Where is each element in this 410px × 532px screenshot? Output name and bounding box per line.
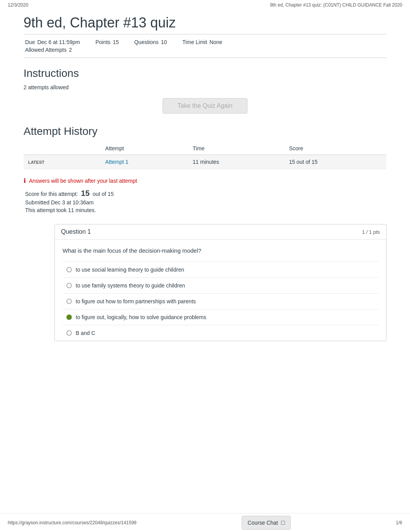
meta-questions: Questions 10 <box>134 39 167 45</box>
attempt-link: Attempt 1 <box>105 159 129 165</box>
due-label: Due <box>25 39 35 45</box>
answer-option-3: to figure out how to form partnerships w… <box>63 293 378 309</box>
score-number: 15 <box>81 189 90 197</box>
col-score: Score <box>285 142 386 155</box>
question-1-label: Question 1 <box>61 228 91 235</box>
top-bar-date: 12/3/2020 <box>8 2 28 8</box>
questions-value: 10 <box>161 39 167 45</box>
allowed-attempts-label: Allowed Attempts <box>25 47 66 53</box>
answer-notice: ℹ Answers will be shown after your last … <box>24 177 386 184</box>
attempt-history-section: Attempt History Attempt Time Score LATES… <box>24 125 386 169</box>
top-bar: 12/3/2020 9th ed, Chapter #13 quiz: (C01… <box>0 0 410 10</box>
col-badge <box>24 142 101 155</box>
meta-points: Points 15 <box>95 39 119 45</box>
row-score: 15 out of 15 <box>285 155 386 169</box>
time-limit-value: None <box>209 39 222 45</box>
score-line: Score for this attempt: 15 out of 15 <box>25 189 386 198</box>
question-1-text: What is the main focus of the decision-m… <box>63 247 378 254</box>
meta-allowed-attempts: Allowed Attempts 2 <box>25 47 72 53</box>
option-text: to use social learning theory to guide c… <box>76 267 184 273</box>
quiz-meta-row2: Allowed Attempts 2 <box>25 47 385 53</box>
radio-circle <box>66 267 72 272</box>
quiz-title: 9th ed, Chapter #13 quiz <box>24 10 386 34</box>
due-value: Dec 6 at 11:59pm <box>37 39 80 45</box>
quiz-meta-row1: Due Dec 6 at 11:59pm Points 15 Questions… <box>25 39 385 45</box>
row-time: 11 minutes <box>188 155 285 169</box>
answer-option-4: to figure out, logically, how to solve g… <box>63 309 378 325</box>
score-out-of: out of 15 <box>93 191 114 197</box>
table-row: LATEST Attempt 1 11 minutes 15 out of 15 <box>24 155 386 169</box>
answer-option-2: to use family systems theory to guide ch… <box>63 277 378 293</box>
meta-due: Due Dec 6 at 11:59pm <box>25 39 80 45</box>
attempt-history-title: Attempt History <box>24 125 386 138</box>
col-time: Time <box>188 142 285 155</box>
question-1-block: Question 1 1 / 1 pts What is the main fo… <box>54 224 386 341</box>
radio-circle <box>66 299 72 304</box>
score-summary: Score for this attempt: 15 out of 15 Sub… <box>25 189 386 213</box>
quiz-meta-bar: Due Dec 6 at 11:59pm Points 15 Questions… <box>24 34 386 58</box>
attempt-table-header: Attempt Time Score <box>24 142 386 155</box>
option-text: B and C <box>76 330 95 336</box>
take-quiz-button[interactable]: Take the Quiz Again <box>163 98 247 114</box>
answer-notice-text: Answers will be shown after your last at… <box>29 178 137 184</box>
allowed-attempts-value: 2 <box>69 47 72 53</box>
row-attempt[interactable]: Attempt 1 <box>101 155 188 169</box>
score-time-taken: This attempt took 11 minutes. <box>25 207 386 213</box>
attempt-history-table: Attempt Time Score LATEST Attempt 1 11 m… <box>24 142 386 169</box>
instructions-title: Instructions <box>24 67 386 80</box>
option-text: to use family systems theory to guide ch… <box>76 282 185 289</box>
points-label: Points <box>95 39 110 45</box>
answer-option-5: B and C <box>63 325 378 341</box>
instructions-body: 2 attempts allowed <box>24 84 386 90</box>
question-1-points: 1 / 1 pts <box>362 229 380 235</box>
score-label: Score for this attempt: <box>25 191 78 197</box>
radio-circle <box>66 330 72 336</box>
correct-indicator <box>66 314 72 320</box>
col-attempt: Attempt <box>101 142 188 155</box>
radio-circle <box>66 283 72 288</box>
answer-options: to use social learning theory to guide c… <box>63 262 378 341</box>
page-container: 9th ed, Chapter #13 quiz Due Dec 6 at 11… <box>16 10 394 357</box>
top-bar-title: 9th ed, Chapter #13 quiz: (C01NT) CHILD … <box>270 2 402 8</box>
option-text: to figure out how to form partnerships w… <box>76 298 196 304</box>
answer-notice-icon: ℹ <box>24 177 26 184</box>
option-text: to figure out, logically, how to solve g… <box>76 314 206 320</box>
meta-time-limit: Time Limit None <box>182 39 222 45</box>
question-1-header: Question 1 1 / 1 pts <box>55 224 386 239</box>
questions-label: Questions <box>134 39 159 45</box>
score-submitted: Submitted Dec 3 at 10:36am <box>25 199 386 206</box>
question-1-body: What is the main focus of the decision-m… <box>55 239 386 341</box>
time-limit-label: Time Limit <box>182 39 207 45</box>
row-badge: LATEST <box>24 155 101 169</box>
points-value: 15 <box>113 39 119 45</box>
answer-option-1: to use social learning theory to guide c… <box>63 262 378 277</box>
